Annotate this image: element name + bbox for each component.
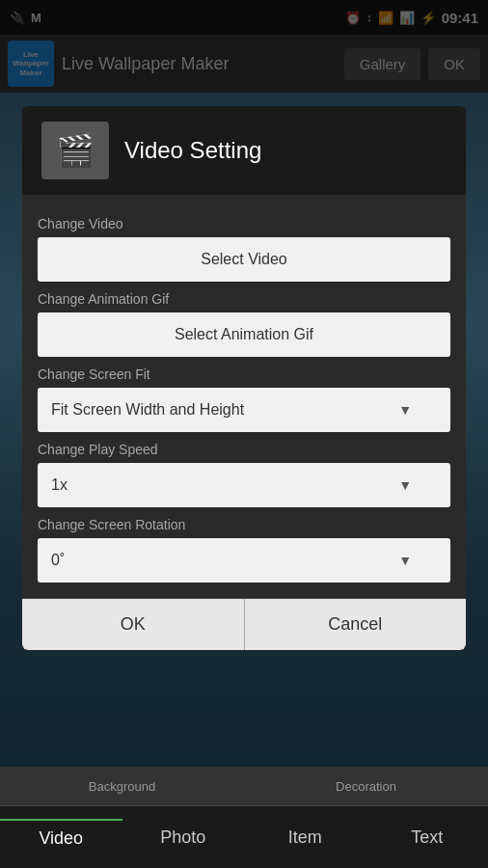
screen-rotation-dropdown[interactable]: 0˚ ▼ bbox=[38, 538, 450, 583]
dialog-header: 🎬 Video Setting bbox=[22, 106, 466, 195]
change-gif-label: Change Animation Gif bbox=[38, 291, 450, 307]
play-speed-dropdown[interactable]: 1x ▼ bbox=[38, 463, 450, 507]
tab-text[interactable]: Text bbox=[366, 820, 489, 855]
bottom-area: Background Decoration Video Photo Item T… bbox=[0, 767, 488, 868]
screen-fit-arrow-icon: ▼ bbox=[398, 402, 412, 418]
change-video-label: Change Video bbox=[38, 216, 450, 231]
play-speed-arrow-icon: ▼ bbox=[398, 477, 412, 493]
bottom-tab-bar: Video Photo Item Text bbox=[0, 805, 488, 868]
video-setting-dialog: 🎬 Video Setting Change Video Select Vide… bbox=[22, 106, 466, 650]
dialog-body: Change Video Select Video Change Animati… bbox=[22, 195, 466, 598]
clapboard-icon: 🎬 bbox=[56, 132, 95, 169]
dialog-icon: 🎬 bbox=[41, 122, 109, 179]
change-screen-rotation-label: Change Screen Rotation bbox=[38, 517, 450, 532]
dialog-footer: OK Cancel bbox=[22, 598, 466, 650]
play-speed-value: 1x bbox=[51, 476, 68, 494]
screen-rotation-arrow-icon: ▼ bbox=[398, 553, 412, 568]
change-screen-fit-label: Change Screen Fit bbox=[38, 366, 450, 382]
change-play-speed-label: Change Play Speed bbox=[38, 442, 450, 457]
dialog-title: Video Setting bbox=[124, 137, 261, 164]
select-video-button[interactable]: Select Video bbox=[38, 237, 450, 282]
tab-item[interactable]: Item bbox=[244, 820, 366, 855]
screen-fit-value: Fit Screen Width and Height bbox=[51, 401, 244, 419]
screen-rotation-value: 0˚ bbox=[51, 552, 65, 569]
screen-fit-dropdown[interactable]: Fit Screen Width and Height ▼ bbox=[38, 388, 450, 432]
decoration-label: Decoration bbox=[244, 779, 488, 794]
bottom-labels-bar: Background Decoration bbox=[0, 767, 488, 805]
background-label: Background bbox=[0, 779, 244, 794]
dialog-ok-button[interactable]: OK bbox=[22, 599, 245, 650]
tab-photo[interactable]: Photo bbox=[122, 820, 245, 855]
dialog-cancel-button[interactable]: Cancel bbox=[245, 599, 467, 650]
modal-overlay: 🎬 Video Setting Change Video Select Vide… bbox=[0, 0, 488, 868]
tab-video[interactable]: Video bbox=[0, 819, 122, 856]
select-gif-button[interactable]: Select Animation Gif bbox=[38, 312, 450, 357]
